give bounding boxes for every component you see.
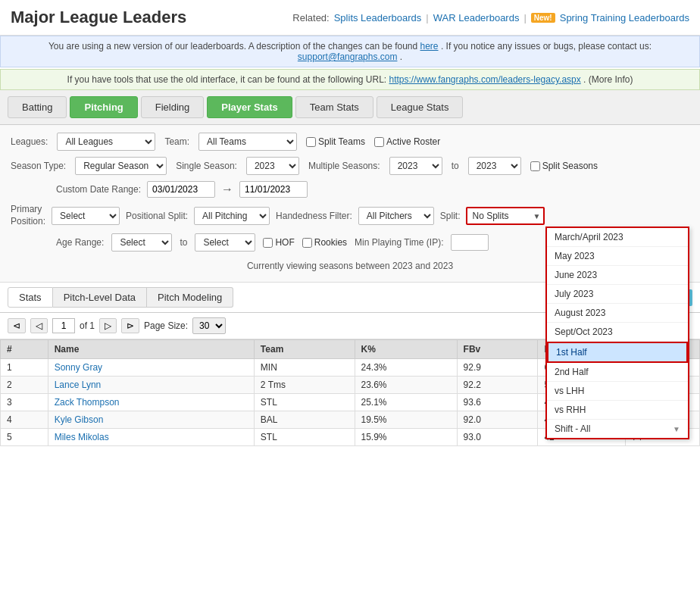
- hof-checkbox[interactable]: [263, 238, 273, 248]
- col-rank[interactable]: #: [1, 340, 48, 359]
- notice2-link1[interactable]: https://www.fangraphs.com/leaders-legacy…: [389, 74, 581, 85]
- cell-name[interactable]: Miles Mikolas: [48, 429, 254, 446]
- positional-split-label: Positional Split:: [126, 211, 188, 221]
- main-tab-bar: Batting Pitching Fielding Player Stats T…: [0, 90, 700, 125]
- single-season-select[interactable]: 2023: [246, 157, 299, 175]
- dd-item-vs-rhh[interactable]: vs RHH: [547, 401, 688, 420]
- leagues-select[interactable]: All Leagues: [57, 133, 155, 151]
- splits-leaderboards-link[interactable]: Splits Leaderboards: [334, 12, 422, 23]
- war-leaderboards-link[interactable]: WAR Leaderboards: [433, 12, 520, 23]
- sub-tab-stats[interactable]: Stats: [8, 287, 53, 308]
- multiple-seasons-to-select[interactable]: 2023: [468, 157, 521, 175]
- tab-player-stats[interactable]: Player Stats: [207, 96, 292, 118]
- split-teams-checkbox[interactable]: [306, 137, 316, 147]
- header: Major League Leaders Related: Splits Lea…: [0, 0, 700, 36]
- team-select[interactable]: All Teams: [198, 133, 297, 151]
- page-number-input[interactable]: [52, 318, 75, 333]
- filters-section: Leagues: All Leagues Team: All Teams Spl…: [0, 125, 700, 283]
- new-badge: New!: [531, 13, 555, 23]
- cell-kpct: 25.1%: [355, 394, 457, 411]
- age-to-select[interactable]: Select: [195, 233, 255, 252]
- dd-item-shift-all[interactable]: Shift - All ▼: [547, 420, 688, 438]
- dd-scroll-arrow: ▼: [673, 425, 680, 433]
- to-label: to: [452, 161, 459, 171]
- primary-position-select[interactable]: Select: [52, 207, 120, 225]
- of-label: of 1: [80, 320, 95, 331]
- notice1-link1[interactable]: here: [420, 41, 439, 52]
- cell-team: 2 Tms: [254, 377, 355, 394]
- split-dropdown-overlay: March/April 2023 May 2023 June 2023 July…: [545, 227, 689, 439]
- hof-label[interactable]: HOF: [263, 237, 294, 248]
- handedness-filter-select[interactable]: All Pitchers: [358, 207, 434, 225]
- cell-name[interactable]: Zack Thompson: [48, 394, 254, 411]
- split-select[interactable]: No Splits: [467, 208, 543, 223]
- age-from-select[interactable]: Select: [111, 233, 172, 252]
- dd-item-july[interactable]: July 2023: [547, 285, 688, 304]
- age-range-label: Age Range:: [56, 237, 104, 248]
- page-size-label: Page Size:: [144, 320, 188, 331]
- sub-tab-pitch-modeling[interactable]: Pitch Modeling: [147, 287, 233, 308]
- dd-item-march[interactable]: March/April 2023: [547, 228, 688, 247]
- sub-tab-pitch-level[interactable]: Pitch-Level Data: [53, 287, 147, 308]
- cell-name[interactable]: Lance Lynn: [48, 377, 254, 394]
- split-teams-label[interactable]: Split Teams: [306, 136, 365, 147]
- primary-position-label: PrimaryPosition:: [11, 204, 45, 227]
- multiple-seasons-from-select[interactable]: 2023: [389, 157, 442, 175]
- rookies-label[interactable]: Rookies: [302, 237, 347, 248]
- filter-row-2: Season Type: Regular Season Single Seaso…: [11, 157, 689, 175]
- split-select-wrapper: No Splits ▼: [466, 207, 545, 225]
- col-kpct[interactable]: K%: [355, 340, 457, 359]
- tab-fielding[interactable]: Fielding: [141, 96, 205, 118]
- min-playing-time-input[interactable]: [451, 234, 489, 251]
- split-seasons-checkbox[interactable]: [530, 161, 540, 171]
- cell-name[interactable]: Kyle Gibson: [48, 411, 254, 429]
- dd-item-1st-half[interactable]: 1st Half: [547, 342, 688, 363]
- next-page-btn[interactable]: ▷: [99, 318, 117, 333]
- notice2-text1: If you have tools that use the old inter…: [67, 74, 387, 85]
- spring-training-link[interactable]: Spring Training Leaderboards: [560, 12, 689, 23]
- dd-item-august[interactable]: August 2023: [547, 304, 688, 323]
- page-title: Major League Leaders: [11, 8, 186, 27]
- season-type-select[interactable]: Regular Season: [75, 157, 167, 175]
- rookies-checkbox[interactable]: [302, 238, 312, 248]
- active-roster-checkbox[interactable]: [374, 137, 384, 147]
- tab-pitching[interactable]: Pitching: [70, 96, 137, 118]
- leagues-label: Leagues:: [11, 136, 48, 147]
- last-page-btn[interactable]: ⊳: [121, 318, 139, 333]
- handedness-filter-label: Handedness Filter:: [276, 211, 352, 221]
- col-fbv[interactable]: FBv: [457, 340, 538, 359]
- notice1-link2[interactable]: support@fangraphs.com: [298, 52, 398, 62]
- page-size-select[interactable]: 30: [192, 317, 226, 334]
- date-from-input[interactable]: [147, 181, 215, 198]
- related-links: Related: Splits Leaderboards | WAR Leade…: [292, 12, 689, 23]
- tab-league-stats[interactable]: League Stats: [377, 96, 464, 118]
- cell-rank: 4: [1, 411, 48, 429]
- notice1-text1: You are using a new version of our leade…: [48, 41, 417, 52]
- min-playing-time-label: Min Playing Time (IP):: [355, 237, 443, 248]
- prev-page-btn[interactable]: ◁: [30, 318, 48, 333]
- col-name[interactable]: Name: [48, 340, 254, 359]
- dd-item-2nd-half[interactable]: 2nd Half: [547, 363, 688, 382]
- cell-team: MIN: [254, 359, 355, 377]
- date-to-input[interactable]: [239, 181, 308, 198]
- dd-item-june[interactable]: June 2023: [547, 266, 688, 285]
- col-team[interactable]: Team: [254, 340, 355, 359]
- dd-item-may[interactable]: May 2023: [547, 247, 688, 266]
- cell-fbv: 92.2: [457, 377, 538, 394]
- active-roster-label[interactable]: Active Roster: [374, 136, 440, 147]
- custom-date-label: Custom Date Range:: [56, 184, 141, 195]
- tab-batting[interactable]: Batting: [8, 96, 67, 118]
- dd-item-vs-lhh[interactable]: vs LHH: [547, 382, 688, 401]
- notice-bar-2: If you have tools that use the old inter…: [0, 69, 700, 90]
- tab-team-stats[interactable]: Team Stats: [295, 96, 373, 118]
- split-seasons-checkbox-label[interactable]: Split Seasons: [530, 161, 598, 171]
- first-page-btn[interactable]: ⊲: [8, 318, 26, 333]
- notice1-text2: . If you notice any issues or bugs, plea…: [441, 41, 652, 52]
- dd-item-sept[interactable]: Sept/Oct 2023: [547, 323, 688, 342]
- cell-fbv: 93.0: [457, 429, 538, 446]
- notice-bar-1: You are using a new version of our leade…: [0, 36, 700, 67]
- notice1-text3: .: [400, 52, 402, 62]
- multiple-seasons-label: Multiple Seasons:: [308, 161, 380, 171]
- cell-name[interactable]: Sonny Gray: [48, 359, 254, 377]
- positional-split-select[interactable]: All Pitching: [194, 207, 270, 225]
